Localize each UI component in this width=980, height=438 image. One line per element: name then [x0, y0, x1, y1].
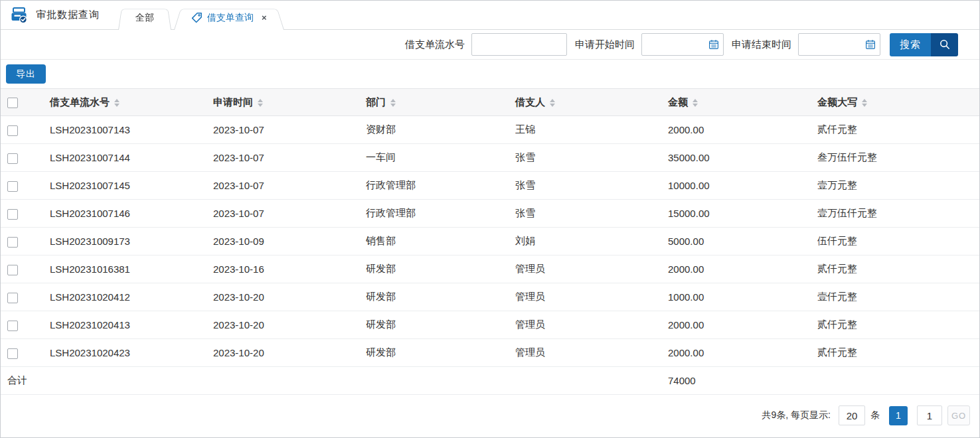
cell-date: 2023-10-20: [213, 283, 366, 311]
calendar-icon[interactable]: [865, 39, 876, 50]
cell-serial: LSH20231009173: [50, 228, 213, 256]
table-body: LSH20231007143 2023-10-07 资财部 王锦 2000.00…: [1, 116, 979, 367]
cell-amount-words: 叁万伍仟元整: [817, 144, 979, 172]
cell-dept: 研发部: [366, 283, 515, 311]
page-jump-input[interactable]: [917, 405, 942, 425]
table-row[interactable]: LSH20231007146 2023-10-07 行政管理部 张雪 15000…: [1, 200, 979, 228]
row-checkbox[interactable]: [7, 265, 18, 275]
end-time-filter: 申请结束时间: [732, 33, 880, 56]
cell-date: 2023-10-07: [213, 172, 366, 200]
table-row[interactable]: LSH20231007143 2023-10-07 资财部 王锦 2000.00…: [1, 116, 979, 144]
sort-icon[interactable]: [550, 99, 555, 107]
cell-amount: 15000.00: [668, 200, 817, 228]
row-checkbox[interactable]: [7, 125, 18, 136]
cell-date: 2023-10-16: [213, 256, 366, 283]
tab-all[interactable]: 全部: [118, 6, 171, 29]
col-header-serial[interactable]: 借支单流水号: [50, 89, 213, 116]
table-row[interactable]: LSH20231016381 2023-10-16 研发部 管理员 2000.0…: [1, 256, 979, 283]
cell-amount-words: 壹仟元整: [817, 283, 979, 311]
tab-loan-query[interactable]: 借支单查询 ×: [174, 6, 284, 29]
row-checkbox[interactable]: [7, 237, 18, 248]
cell-date: 2023-10-07: [213, 116, 366, 144]
export-button[interactable]: 导出: [6, 64, 46, 84]
tab-loan-query-label: 借支单查询: [207, 12, 254, 24]
sort-icon[interactable]: [390, 99, 396, 107]
table-row[interactable]: LSH20231007145 2023-10-07 行政管理部 张雪 10000…: [1, 172, 979, 200]
cell-person: 管理员: [515, 256, 668, 283]
search-icon: [931, 33, 958, 56]
cell-date: 2023-10-09: [213, 228, 366, 256]
cell-amount: 2000.00: [668, 256, 817, 283]
go-button[interactable]: GO: [947, 405, 970, 425]
loan-table: 借支单流水号 申请时间 部门 借支人 金额 金额大写 LSH2023100714…: [1, 88, 979, 395]
table-row[interactable]: LSH20231009173 2023-10-09 销售部 刘娟 5000.00…: [1, 228, 979, 256]
search-button[interactable]: 搜索: [890, 33, 958, 56]
table-row[interactable]: LSH20231007144 2023-10-07 一车间 张雪 35000.0…: [1, 144, 979, 172]
col-header-dept[interactable]: 部门: [366, 89, 515, 116]
cell-person: 刘娟: [515, 228, 668, 256]
select-all-checkbox[interactable]: [7, 98, 18, 108]
current-page-button[interactable]: 1: [889, 406, 908, 425]
table-header-row: 借支单流水号 申请时间 部门 借支人 金额 金额大写: [1, 89, 979, 116]
cell-person: 管理员: [515, 283, 668, 311]
cell-person: 张雪: [515, 200, 668, 228]
row-checkbox[interactable]: [7, 348, 18, 359]
cell-amount: 10000.00: [668, 172, 817, 200]
row-checkbox[interactable]: [7, 181, 18, 192]
page-title: 审批数据查询: [36, 9, 100, 21]
cell-dept: 行政管理部: [366, 200, 515, 228]
serial-input[interactable]: [471, 33, 567, 56]
cell-serial: LSH20231007145: [50, 172, 213, 200]
tab-bar: 全部 借支单查询 ×: [118, 6, 287, 29]
row-checkbox[interactable]: [7, 153, 18, 164]
document-check-icon: [10, 6, 28, 24]
cell-person: 张雪: [515, 172, 668, 200]
row-checkbox[interactable]: [7, 209, 18, 220]
cell-date: 2023-10-07: [213, 200, 366, 228]
cell-serial: LSH20231020413: [50, 311, 213, 339]
start-time-label: 申请开始时间: [575, 38, 635, 51]
col-header-amount-words[interactable]: 金额大写: [817, 89, 979, 116]
cell-amount-words: 贰仟元整: [817, 116, 979, 144]
sort-icon[interactable]: [693, 99, 698, 107]
cell-serial: LSH20231007144: [50, 144, 213, 172]
cell-amount: 35000.00: [668, 144, 817, 172]
tab-close-icon[interactable]: ×: [262, 13, 267, 22]
tag-icon: [191, 12, 203, 23]
tab-all-label: 全部: [135, 12, 154, 24]
table-row[interactable]: LSH20231020412 2023-10-20 研发部 管理员 1000.0…: [1, 283, 979, 311]
cell-amount-words: 贰仟元整: [817, 256, 979, 283]
serial-label: 借支单流水号: [405, 38, 465, 51]
row-checkbox[interactable]: [7, 321, 18, 331]
record-summary: 共9条, 每页显示:: [762, 409, 831, 421]
cell-amount-words: 伍仟元整: [817, 228, 979, 256]
sort-icon[interactable]: [258, 99, 263, 107]
cell-amount: 5000.00: [668, 228, 817, 256]
row-checkbox[interactable]: [7, 293, 18, 303]
cell-amount: 2000.00: [668, 116, 817, 144]
serial-filter: 借支单流水号: [405, 33, 567, 56]
page-size-box[interactable]: 20: [839, 405, 865, 425]
cell-person: 管理员: [515, 311, 668, 339]
cell-amount-words: 贰仟元整: [817, 311, 979, 339]
start-time-filter: 申请开始时间: [575, 33, 724, 56]
cell-serial: LSH20231007146: [50, 200, 213, 228]
col-header-person[interactable]: 借支人: [515, 89, 668, 116]
table-row[interactable]: LSH20231020413 2023-10-20 研发部 管理员 2000.0…: [1, 311, 979, 339]
calendar-icon[interactable]: [708, 39, 719, 50]
total-label: 合计: [1, 367, 213, 395]
top-bar: 审批数据查询 全部 借支单查询 ×: [1, 1, 979, 30]
cell-date: 2023-10-20: [213, 339, 366, 367]
col-header-date[interactable]: 申请时间: [213, 89, 366, 116]
total-amount: 74000: [668, 367, 817, 395]
sort-icon[interactable]: [862, 99, 867, 107]
table-row[interactable]: LSH20231020423 2023-10-20 研发部 管理员 2000.0…: [1, 339, 979, 367]
col-header-amount[interactable]: 金额: [668, 89, 817, 116]
sort-icon[interactable]: [114, 99, 120, 107]
cell-person: 张雪: [515, 144, 668, 172]
cell-dept: 一车间: [366, 144, 515, 172]
cell-date: 2023-10-07: [213, 144, 366, 172]
cell-amount: 1000.00: [668, 283, 817, 311]
total-row: 合计 74000: [1, 367, 979, 395]
cell-amount: 2000.00: [668, 339, 817, 367]
